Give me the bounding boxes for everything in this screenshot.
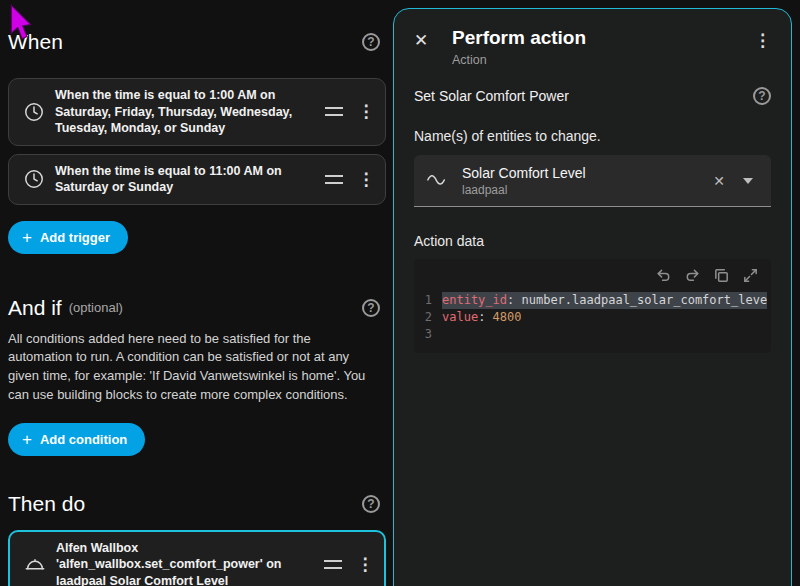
clear-entity-icon[interactable]: ✕	[701, 173, 737, 189]
line-number: 2	[414, 309, 442, 326]
dialog-subtitle: Action	[452, 53, 754, 67]
dialog-header: ✕ Perform action Action ⋮	[414, 27, 771, 67]
fullscreen-icon[interactable]	[742, 267, 759, 284]
service-row: Set Solar Comfort Power ?	[414, 87, 771, 105]
perform-action-dialog: ✕ Perform action Action ⋮ Set Solar Comf…	[393, 8, 792, 586]
line-number: 3	[414, 326, 442, 343]
dropdown-caret-icon[interactable]	[743, 178, 753, 184]
conditions-section-header: And if (optional) ?	[8, 296, 380, 320]
entities-label: Name(s) of entities to change.	[414, 128, 771, 144]
line-number: 1	[414, 292, 442, 309]
drag-handle-icon[interactable]	[325, 107, 343, 116]
and-if-title: And if	[8, 296, 62, 320]
when-help-icon[interactable]: ?	[362, 33, 380, 51]
actions-section-header: Then do ?	[8, 492, 380, 516]
clock-icon	[17, 168, 51, 190]
entity-name: Solar Comfort Level	[462, 165, 701, 181]
sine-wave-icon	[426, 168, 448, 194]
action-data-label: Action data	[414, 233, 771, 249]
copy-icon[interactable]	[713, 267, 730, 284]
service-help-icon[interactable]: ?	[753, 87, 771, 105]
undo-icon[interactable]	[655, 267, 672, 284]
close-icon[interactable]: ✕	[414, 30, 438, 51]
mouse-cursor	[8, 4, 34, 42]
action-description: Alfen Wallbox 'alfen_wallbox.set_comfort…	[52, 538, 318, 586]
overflow-menu-icon[interactable]: ⋮	[355, 103, 377, 120]
automation-config-panel: When ? When the time is equal to 1:00 AM…	[8, 30, 386, 586]
automation-editor-page: { "glyphs": { "help": "?", "menu": "⋮", …	[0, 0, 800, 586]
code-line-2: value: 4800	[442, 309, 521, 326]
entity-picker[interactable]: Solar Comfort Level laadpaal ✕	[414, 155, 771, 207]
redo-icon[interactable]	[684, 267, 701, 284]
plus-icon: +	[22, 431, 32, 448]
code-line: 3	[414, 326, 767, 343]
drag-handle-icon[interactable]	[324, 560, 342, 569]
wallbox-dome-icon	[18, 554, 52, 576]
dialog-title: Perform action	[452, 27, 754, 49]
code-line: 2 value: 4800	[414, 309, 767, 326]
add-trigger-label: Add trigger	[40, 230, 110, 245]
trigger-description: When the time is equal to 1:00 AM on Sat…	[51, 85, 319, 139]
entity-texts: Solar Comfort Level laadpaal	[462, 165, 701, 197]
overflow-menu-icon[interactable]: ⋮	[354, 556, 376, 573]
optional-label: (optional)	[69, 300, 123, 315]
code-area[interactable]: 1 entity_id: number.laadpaal_solar_comfo…	[414, 292, 767, 343]
entity-secondary: laadpaal	[462, 183, 701, 197]
conditions-help-icon[interactable]: ?	[362, 299, 380, 317]
service-title: Set Solar Comfort Power	[414, 88, 753, 104]
trigger-row[interactable]: When the time is equal to 1:00 AM on Sat…	[8, 78, 386, 146]
editor-toolbar	[414, 265, 767, 292]
action-row-selected[interactable]: Alfen Wallbox 'alfen_wallbox.set_comfort…	[8, 530, 386, 586]
dialog-menu-icon[interactable]: ⋮	[754, 30, 771, 51]
add-condition-button[interactable]: + Add condition	[8, 423, 145, 456]
when-section-header: When ?	[8, 30, 380, 54]
add-condition-label: Add condition	[40, 432, 127, 447]
clock-icon	[17, 101, 51, 123]
actions-help-icon[interactable]: ?	[362, 495, 380, 513]
yaml-editor[interactable]: 1 entity_id: number.laadpaal_solar_comfo…	[414, 259, 771, 353]
conditions-description: All conditions added here need to be sat…	[8, 330, 376, 405]
plus-icon: +	[22, 229, 32, 246]
code-line: 1 entity_id: number.laadpaal_solar_comfo…	[414, 292, 767, 309]
overflow-menu-icon[interactable]: ⋮	[355, 171, 377, 188]
then-do-title: Then do	[8, 492, 85, 516]
drag-handle-icon[interactable]	[325, 175, 343, 184]
trigger-description: When the time is equal to 11:00 AM on Sa…	[51, 161, 319, 198]
add-trigger-button[interactable]: + Add trigger	[8, 221, 128, 254]
trigger-row[interactable]: When the time is equal to 11:00 AM on Sa…	[8, 154, 386, 205]
code-line-1: entity_id: number.laadpaal_solar_comfort…	[442, 292, 767, 309]
